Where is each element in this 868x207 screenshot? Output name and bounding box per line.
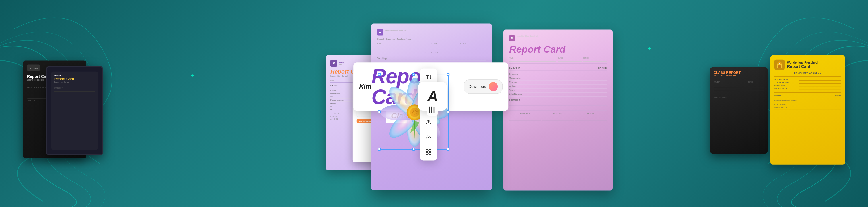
grid-tool-button[interactable] <box>423 147 434 157</box>
black-class-title: CLASS REPORT <box>714 71 764 75</box>
upload-tool-icon <box>425 119 432 125</box>
dark-badge-text: REPORT <box>29 67 38 70</box>
right-subject-header: SUBJECT <box>509 67 521 69</box>
yellow-card-header: Wonderland Preschool Report Card <box>774 59 841 70</box>
yellow-subject-header: SUBJECT <box>774 94 782 96</box>
svg-point-35 <box>412 112 413 113</box>
tablet-inner: REPORT Report Card Laning High School SU… <box>51 72 98 150</box>
right-card-title: Report Card <box>509 44 607 55</box>
kittl-logo: Kittl <box>359 83 371 90</box>
yellow-subject-social: SOCIAL SKILLS <box>774 106 841 110</box>
download-label: Download <box>468 84 486 89</box>
svg-rect-8 <box>429 149 431 151</box>
svg-rect-45 <box>779 63 780 64</box>
black-class-subtitle: HONEY BEE ACADEMY <box>714 75 764 77</box>
download-button[interactable]: Download <box>464 79 503 94</box>
svg-point-34 <box>414 113 415 115</box>
svg-point-32 <box>416 111 417 112</box>
wonderland-card-subtitle: Report Card <box>787 64 818 69</box>
right-subject-writing: Writing <box>509 84 607 88</box>
tablet-card-title: Report Card <box>54 77 95 81</box>
grid-tool-icon <box>425 149 432 155</box>
svg-rect-44 <box>778 65 781 68</box>
school-building-icon <box>774 59 785 70</box>
tablet-dark-card: REPORT Report Card Laning High School SU… <box>46 66 103 155</box>
image-tool-button[interactable] <box>423 132 434 142</box>
yellow-subject-math: MATH SKILLS <box>774 102 841 106</box>
svg-point-33 <box>415 113 417 114</box>
black-class-report-card: CLASS REPORT HONEY BEE ACADEMY Subject G… <box>710 67 768 154</box>
wonderland-school-name: Wonderland Preschool <box>787 61 818 64</box>
plus-icon-1: + <box>191 73 194 79</box>
right-subject-art: Art & Drawing <box>509 92 607 96</box>
svg-rect-9 <box>426 152 428 154</box>
svg-line-36 <box>414 121 415 138</box>
right-subject-reading: Reading <box>509 80 607 84</box>
svg-rect-7 <box>426 149 428 151</box>
svg-rect-10 <box>429 152 431 154</box>
image-tool-icon <box>425 134 432 140</box>
right-subject-sports: Sports <box>509 88 607 92</box>
tablet-card-subtitle: Laning High School <box>54 81 95 83</box>
honey-bee-label: HONEY BEE ACADEMY <box>774 72 841 74</box>
text-tool-button[interactable]: Tt <box>423 72 434 82</box>
svg-point-30 <box>413 110 414 111</box>
tablet-report-label: REPORT <box>54 75 95 77</box>
svg-rect-5 <box>426 135 431 139</box>
text-tool-icon: Tt <box>426 74 431 80</box>
user-avatar <box>489 82 498 91</box>
plus-icon-2: + <box>648 46 651 52</box>
right-grade-header: GRADE <box>598 67 607 69</box>
right-subject-mathematics: Mathematics <box>509 76 607 80</box>
svg-point-29 <box>410 108 420 117</box>
right-comment-header: COMMENT <box>509 99 607 101</box>
dark-card-badge: REPORT <box>27 64 40 71</box>
yellow-grade-header: GRADE <box>835 94 841 96</box>
main-card-subject-header: SUBJECT <box>377 51 486 54</box>
svg-rect-37 <box>427 104 438 115</box>
subject-speaking: Speaking <box>377 56 486 61</box>
drag-cursor-icon <box>425 103 439 120</box>
yellow-subject-language: LANGUAGE DEVELOPMENT <box>774 99 841 102</box>
wonderland-preschool-card: Wonderland Preschool Report Card HONEY B… <box>770 55 845 165</box>
right-subject-speaking: Speaking <box>509 72 607 76</box>
svg-point-31 <box>415 109 416 111</box>
right-attendance-row: ATTENDANCE DAYS TARDY DAYS ABS <box>509 110 607 121</box>
right-report-card: R Laning High School · School Hall Repor… <box>503 29 613 190</box>
right-comment-section: COMMENT <box>509 99 607 108</box>
font-letter-display: A <box>427 88 438 105</box>
